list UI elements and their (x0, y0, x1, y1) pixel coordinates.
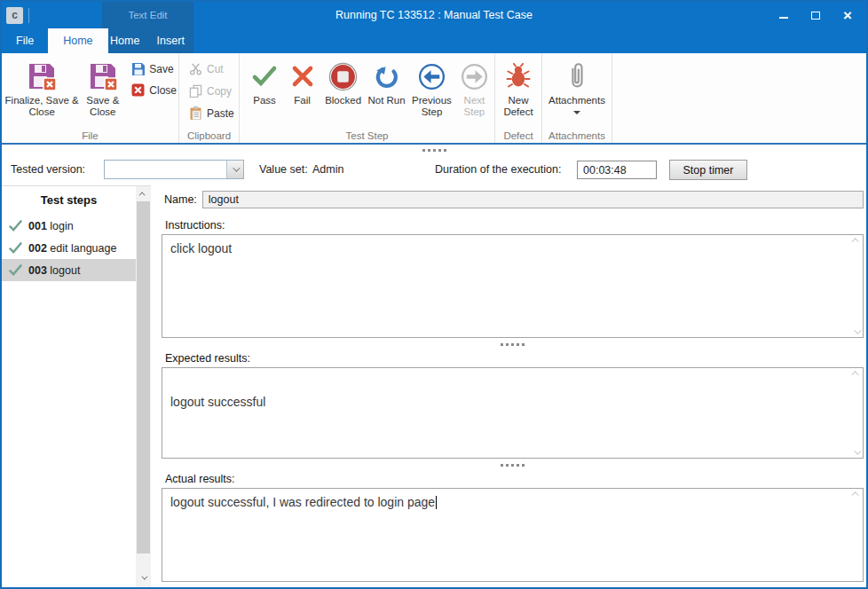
chevron-down-icon[interactable] (854, 447, 861, 454)
ribbon-group-clipboard: Cut Copy (179, 53, 240, 143)
restart-arrow-icon (374, 60, 399, 92)
cut-button: Cut (188, 61, 237, 76)
group-label-clipboard: Clipboard (179, 130, 239, 141)
titlebar-separator (28, 8, 29, 23)
text-caret (436, 496, 437, 509)
step-name: logout (50, 264, 80, 277)
group-label-attachments: Attachments (542, 130, 612, 141)
value-set-label: Value set: (259, 163, 308, 176)
chevron-up-icon[interactable] (851, 238, 858, 245)
fail-label: Fail (294, 95, 311, 106)
name-input[interactable]: logout (202, 191, 864, 208)
fail-button[interactable]: Fail (284, 57, 320, 106)
maximize-icon (811, 12, 820, 20)
step-number: 001 (28, 220, 47, 232)
floppy-x-icon (27, 60, 57, 92)
splitter-handle-expected[interactable] (162, 338, 864, 350)
new-defect-button[interactable]: New Defect (497, 57, 540, 118)
previous-step-label: Previous Step (407, 95, 456, 118)
duration-input[interactable]: 00:03:48 (577, 161, 657, 179)
chevron-up-icon[interactable] (851, 371, 858, 378)
paperclip-icon (567, 60, 587, 92)
scroll-down-button[interactable] (136, 570, 151, 585)
ribbon: Finalize, Save & Close Save & Clos (2, 53, 866, 145)
tab-file[interactable]: File (2, 28, 48, 53)
ribbon-tab-row: File Home (2, 28, 108, 53)
arrow-right-circle-icon (461, 60, 488, 92)
execution-toolbar: Tested version: Value set: Admin Duratio… (2, 155, 866, 185)
stop-circle-icon (328, 60, 358, 92)
floppy-x-icon (88, 60, 118, 92)
instructions-text: click logout (170, 241, 232, 255)
app-icon[interactable]: c (6, 7, 23, 24)
test-steps-panel: Test steps 001 login 002 edit language (2, 185, 151, 587)
combobox-dropdown-button[interactable] (226, 161, 243, 178)
blocked-button[interactable]: Blocked (320, 57, 366, 106)
tab-home[interactable]: Home (48, 28, 107, 53)
chevron-up-icon (139, 192, 146, 198)
close-doc-button[interactable]: Close (130, 82, 177, 98)
attachments-button[interactable]: Attachments (544, 57, 610, 114)
check-icon (251, 60, 278, 92)
tab-contextual-home[interactable]: Home (102, 28, 148, 53)
tab-contextual-insert[interactable]: Insert (148, 28, 194, 53)
instructions-textarea[interactable]: click logout (162, 234, 864, 338)
horizontal-splitter-handle[interactable] (2, 145, 866, 155)
clipboard-paste-icon (188, 106, 203, 121)
step-check-icon (9, 242, 22, 254)
not-run-label: Not Run (367, 95, 405, 106)
finalize-save-close-button[interactable]: Finalize, Save & Close (4, 57, 80, 118)
expected-results-textarea[interactable]: logout successful (162, 367, 864, 459)
duration-label: Duration of the execution: (435, 163, 561, 176)
copy-button: Copy (188, 83, 237, 98)
stop-timer-button[interactable]: Stop timer (669, 160, 747, 180)
actual-results-label: Actual results: (165, 473, 864, 485)
save-button[interactable]: Save (130, 61, 177, 76)
next-step-label: Next Step (456, 95, 493, 118)
close-button[interactable]: × (834, 4, 861, 26)
step-detail-form: Name: logout Instructions: click logout … (151, 185, 866, 587)
save-close-label: Save & Close (80, 95, 125, 118)
previous-step-button[interactable]: Previous Step (407, 57, 456, 118)
ribbon-group-file: Finalize, Save & Close Save & Clos (2, 53, 179, 143)
save-label: Save (149, 63, 173, 75)
attachments-label: Attachments (548, 95, 605, 106)
close-icon: × (843, 8, 852, 23)
test-step-item-002[interactable]: 002 edit language (2, 237, 136, 259)
bug-icon (505, 60, 532, 92)
actual-results-textarea[interactable]: logout successful, I was redirected to l… (162, 488, 864, 582)
test-steps-header: Test steps (2, 186, 136, 215)
maximize-button[interactable] (802, 4, 829, 26)
test-step-item-001[interactable]: 001 login (2, 215, 136, 237)
finalize-save-close-label: Finalize, Save & Close (4, 95, 80, 118)
value-set-value: Admin (312, 163, 343, 176)
tested-version-combobox[interactable] (104, 160, 244, 179)
instructions-label: Instructions: (165, 219, 864, 232)
attachments-dropdown-icon[interactable] (573, 111, 580, 114)
minimize-button[interactable] (770, 4, 797, 26)
cut-label: Cut (207, 63, 224, 75)
step-name: edit language (50, 242, 116, 255)
scroll-up-button[interactable] (136, 186, 151, 201)
name-label: Name: (162, 193, 197, 206)
not-run-button[interactable]: Not Run (366, 57, 407, 106)
chevron-down-icon[interactable] (854, 326, 861, 334)
step-name: login (50, 220, 73, 232)
save-close-button[interactable]: Save & Close (80, 57, 125, 118)
ribbon-group-attachments: Attachments Attachments (542, 53, 612, 143)
scrollbar-thumb[interactable] (137, 201, 150, 554)
steps-scrollbar[interactable] (136, 186, 151, 587)
paste-label: Paste (207, 107, 234, 120)
ribbon-group-test-step: Pass Fail (240, 53, 495, 143)
copy-pages-icon (188, 83, 203, 98)
test-step-item-003[interactable]: 003 logout (2, 259, 136, 281)
pass-button[interactable]: Pass (245, 57, 284, 106)
window-title: Running TC 133512 : Manual Test Case (2, 2, 866, 28)
paste-button[interactable]: Paste (188, 106, 237, 121)
chevron-up-icon[interactable] (851, 491, 858, 499)
splitter-handle-actual[interactable] (162, 459, 864, 471)
step-number: 003 (28, 264, 47, 277)
pass-label: Pass (253, 95, 276, 106)
group-label-defect: Defect (495, 130, 541, 141)
x-mark-icon (291, 60, 314, 92)
